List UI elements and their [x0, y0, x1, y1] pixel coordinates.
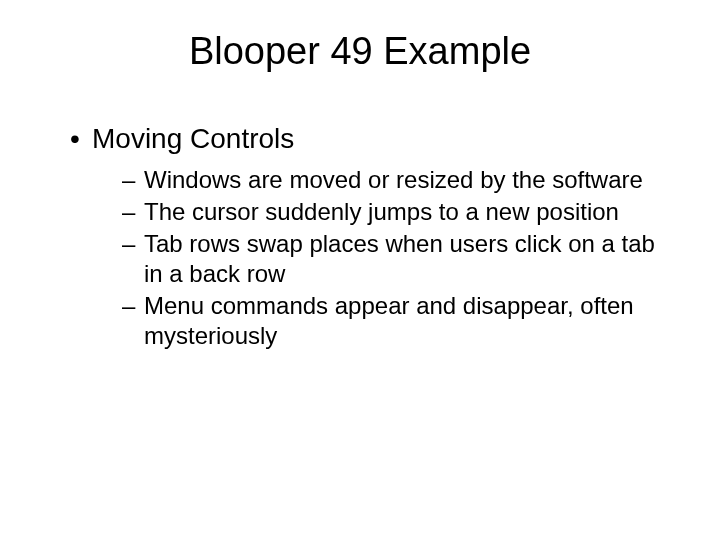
bullet-moving-controls: Moving Controls Windows are moved or res…: [70, 123, 670, 351]
list-item: Menu commands appear and disappear, ofte…: [122, 291, 670, 351]
list-item: Tab rows swap places when users click on…: [122, 229, 670, 289]
bullet-label: Moving Controls: [92, 123, 294, 154]
main-bullet-list: Moving Controls Windows are moved or res…: [50, 123, 670, 351]
list-item: The cursor suddenly jumps to a new posit…: [122, 197, 670, 227]
sub-dash-list: Windows are moved or resized by the soft…: [92, 165, 670, 351]
slide-title: Blooper 49 Example: [50, 30, 670, 73]
list-item: Windows are moved or resized by the soft…: [122, 165, 670, 195]
